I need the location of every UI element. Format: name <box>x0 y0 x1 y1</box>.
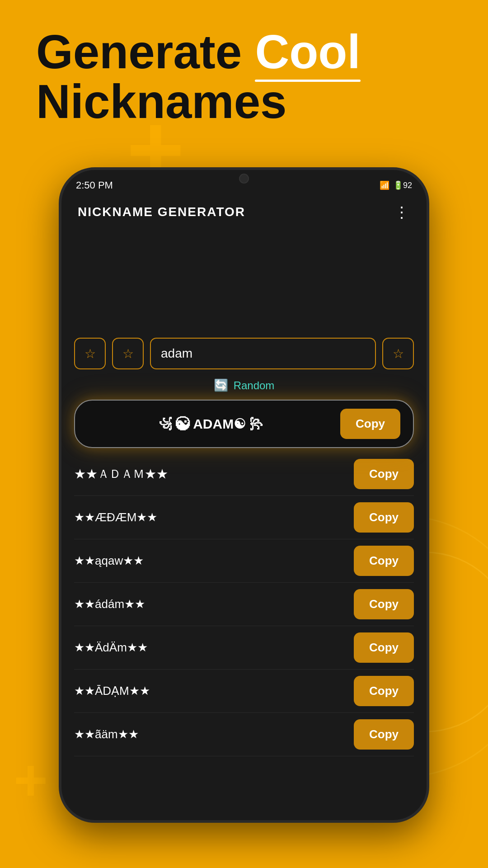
nickname-row-7: ★★ãäm★★ Copy <box>74 713 414 756</box>
nickname-row-5: ★★ÄdÄm★★ Copy <box>74 626 414 670</box>
search-area: ☆ ☆ ☆ <box>74 338 414 369</box>
star-btn-right[interactable]: ☆ <box>382 338 414 369</box>
copy-button-1[interactable]: Copy <box>354 459 414 489</box>
app-bar: NICKNAME GENERATOR ⋮ <box>61 195 427 229</box>
nickname-text-4: ★★ádám★★ <box>74 597 347 611</box>
nickname-row-2: ★★ÆÐÆM★★ Copy <box>74 496 414 539</box>
header-cool: Cool <box>255 25 360 78</box>
nickname-text-2: ★★ÆÐÆM★★ <box>74 510 347 524</box>
phone-content: ☆ ☆ ☆ 🔄 Random ꧁ ☯ ADAM☯ ꧂ Copy ★★ＡＤＡ <box>61 229 427 821</box>
app-title: NICKNAME GENERATOR <box>78 205 245 219</box>
copy-button-2[interactable]: Copy <box>354 502 414 533</box>
star-btn-left1[interactable]: ☆ <box>74 338 106 369</box>
nickname-list: ꧁ ☯ ADAM☯ ꧂ Copy ★★ＡＤＡＭ★★ Copy ★★ÆÐÆM★★ … <box>74 400 414 756</box>
nickname-row-1: ★★ＡＤＡＭ★★ Copy <box>74 453 414 496</box>
header-line2: Nicknames <box>36 77 361 127</box>
header-generate: Generate <box>36 25 255 78</box>
copy-button-6[interactable]: Copy <box>354 676 414 706</box>
header-line1: Generate Cool <box>36 27 361 77</box>
refresh-icon: 🔄 <box>214 378 228 392</box>
random-label: Random <box>234 379 275 392</box>
wifi-icon: 📶 <box>380 180 389 190</box>
copy-button-7[interactable]: Copy <box>354 719 414 750</box>
battery-icon: 🔋92 <box>393 180 412 190</box>
nickname-text-3: ★★ąqaw★★ <box>74 554 347 568</box>
star-btn-left2[interactable]: ☆ <box>112 338 144 369</box>
nickname-row-featured: ꧁ ☯ ADAM☯ ꧂ Copy <box>74 400 414 448</box>
nickname-row-3: ★★ąqaw★★ Copy <box>74 539 414 583</box>
copy-button-5[interactable]: Copy <box>354 632 414 663</box>
status-icons: 📶 🔋92 <box>380 180 412 190</box>
nickname-text-6: ★★ĀDẠM★★ <box>74 684 347 698</box>
nickname-text-7: ★★ãäm★★ <box>74 727 347 741</box>
nickname-text-featured: ꧁ ☯ ADAM☯ ꧂ <box>88 416 334 432</box>
random-button[interactable]: 🔄 Random <box>74 378 414 392</box>
copy-button-0[interactable]: Copy <box>340 409 400 439</box>
header-area: Generate Cool Nicknames <box>36 27 361 127</box>
nickname-row-6: ★★ĀDẠM★★ Copy <box>74 670 414 713</box>
copy-button-4[interactable]: Copy <box>354 589 414 619</box>
phone-notch <box>208 170 280 184</box>
menu-dots-icon[interactable]: ⋮ <box>394 203 410 221</box>
phone-outer: 2:50 PM 📶 🔋92 NICKNAME GENERATOR ⋮ ☆ ☆ ☆… <box>59 167 429 823</box>
bg-plus-small: + <box>14 746 48 814</box>
nickname-text-1: ★★ＡＤＡＭ★★ <box>74 466 347 482</box>
search-input[interactable] <box>150 338 376 369</box>
phone-mockup: 2:50 PM 📶 🔋92 NICKNAME GENERATOR ⋮ ☆ ☆ ☆… <box>59 167 429 823</box>
copy-button-3[interactable]: Copy <box>354 546 414 576</box>
status-time: 2:50 PM <box>76 179 113 191</box>
phone-camera <box>239 174 249 184</box>
nickname-text-5: ★★ÄdÄm★★ <box>74 641 347 655</box>
nickname-row-4: ★★ádám★★ Copy <box>74 583 414 626</box>
